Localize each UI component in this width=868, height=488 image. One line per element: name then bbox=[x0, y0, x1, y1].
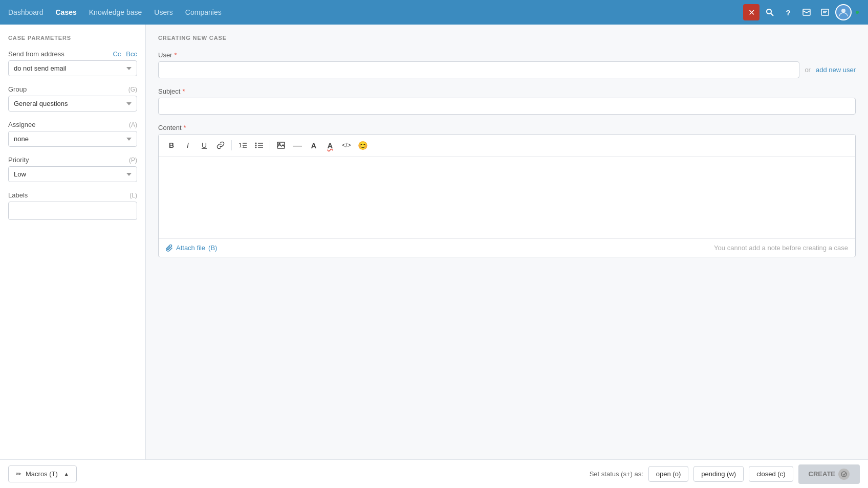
nav-knowledge-base[interactable]: Knowledge base bbox=[89, 8, 142, 16]
content-field: Content * B I U 1. bbox=[158, 124, 856, 257]
attach-file-shortcut: (B) bbox=[208, 244, 217, 252]
or-text: or bbox=[805, 66, 811, 74]
toolbar-separator-2 bbox=[270, 140, 270, 150]
assignee-select[interactable]: noneAgent 1Agent 2 bbox=[8, 131, 137, 147]
priority-select[interactable]: LowMediumHighUrgent bbox=[8, 166, 137, 182]
avatar[interactable] bbox=[835, 4, 852, 20]
subject-field: Subject * bbox=[158, 87, 856, 115]
svg-point-6 bbox=[841, 9, 845, 13]
svg-point-13 bbox=[255, 147, 257, 148]
nav-dashboard[interactable]: Dashboard bbox=[8, 8, 44, 16]
status-open-button[interactable]: open (o) bbox=[648, 466, 688, 482]
macros-button[interactable]: ✏ Macros (T) ▲ bbox=[8, 465, 77, 482]
user-input[interactable] bbox=[158, 61, 799, 78]
group-select[interactable]: General questionsTechnical supportBillin… bbox=[8, 96, 137, 112]
svg-point-0 bbox=[767, 9, 771, 14]
assignee-field: Assignee (A) noneAgent 1Agent 2 bbox=[8, 121, 137, 147]
create-button[interactable]: CREATE bbox=[798, 464, 860, 484]
right-panel: CREATING NEW CASE User * or add new user… bbox=[146, 25, 868, 459]
note-hint: You cannot add a note before creating a … bbox=[714, 244, 848, 252]
italic-button[interactable]: I bbox=[180, 138, 196, 153]
underline-button[interactable]: U bbox=[197, 138, 212, 153]
priority-field: Priority (P) LowMediumHighUrgent bbox=[8, 156, 137, 182]
content-label: Content bbox=[158, 124, 182, 131]
send-from-select[interactable]: do not send emailsupport@example.com bbox=[8, 60, 137, 76]
search-button[interactable] bbox=[762, 4, 778, 20]
nav-links: Dashboard Cases Knowledge base Users Com… bbox=[8, 8, 222, 16]
set-status-label: Set status (s+) as: bbox=[590, 470, 643, 478]
main-container: CASE PARAMETERS Send from address Cc Bcc… bbox=[0, 25, 868, 459]
user-required: * bbox=[174, 51, 177, 59]
labels-shortcut: (L) bbox=[129, 192, 137, 199]
group-shortcut: (G) bbox=[128, 86, 137, 93]
link-button[interactable] bbox=[213, 138, 228, 153]
sidebar-title: CASE PARAMETERS bbox=[8, 35, 137, 41]
content-editor[interactable] bbox=[159, 157, 855, 238]
editor-footer: Attach file (B) You cannot add a note be… bbox=[159, 238, 855, 257]
macros-label: Macros (T) bbox=[26, 470, 58, 478]
ordered-list-button[interactable]: 1. bbox=[235, 138, 250, 153]
labels-label: Labels bbox=[8, 191, 28, 199]
priority-shortcut: (P) bbox=[129, 157, 137, 164]
priority-label: Priority bbox=[8, 156, 29, 164]
bottom-bar: ✏ Macros (T) ▲ Set status (s+) as: open … bbox=[0, 459, 868, 488]
svg-point-11 bbox=[255, 143, 257, 144]
subject-label: Subject bbox=[158, 87, 180, 95]
user-label: User bbox=[158, 51, 172, 59]
group-label: Group bbox=[8, 85, 27, 93]
svg-rect-3 bbox=[821, 9, 829, 15]
highlight-button[interactable]: A bbox=[322, 138, 338, 153]
unordered-list-button[interactable] bbox=[251, 138, 267, 153]
compose-button[interactable] bbox=[817, 4, 833, 20]
nav-cases[interactable]: Cases bbox=[56, 8, 77, 16]
send-from-label: Send from address bbox=[8, 50, 64, 58]
help-button[interactable]: ? bbox=[780, 4, 796, 20]
add-new-user-link[interactable]: add new user bbox=[816, 66, 856, 74]
content-required: * bbox=[184, 124, 186, 131]
nav-actions: ✕ ? bbox=[743, 4, 860, 20]
toolbar-separator-1 bbox=[231, 140, 232, 150]
subject-required: * bbox=[182, 87, 185, 95]
font-button[interactable]: A bbox=[306, 138, 321, 153]
bold-button[interactable]: B bbox=[164, 138, 179, 153]
subject-input[interactable] bbox=[158, 98, 856, 115]
user-field: User * or add new user bbox=[158, 51, 856, 78]
send-from-field: Send from address Cc Bcc do not send ema… bbox=[8, 50, 137, 76]
attach-file-button[interactable]: Attach file (B) bbox=[166, 244, 217, 252]
status-row: Set status (s+) as: open (o) pending (w)… bbox=[590, 464, 860, 484]
image-button[interactable] bbox=[273, 138, 289, 153]
macros-icon: ✏ bbox=[16, 470, 21, 478]
svg-rect-2 bbox=[803, 9, 810, 15]
assignee-label: Assignee bbox=[8, 121, 35, 128]
svg-point-12 bbox=[255, 145, 257, 146]
bcc-link[interactable]: Bcc bbox=[126, 50, 137, 58]
panel-title: CREATING NEW CASE bbox=[158, 35, 856, 41]
navbar: Dashboard Cases Knowledge base Users Com… bbox=[0, 0, 868, 25]
nav-companies[interactable]: Companies bbox=[185, 8, 222, 16]
editor-container: B I U 1. bbox=[158, 134, 856, 257]
code-button[interactable]: </> bbox=[339, 138, 354, 153]
assignee-shortcut: (A) bbox=[129, 121, 137, 128]
sidebar: CASE PARAMETERS Send from address Cc Bcc… bbox=[0, 25, 146, 459]
labels-field: Labels (L) bbox=[8, 191, 137, 220]
editor-toolbar: B I U 1. bbox=[159, 135, 855, 157]
svg-line-1 bbox=[771, 13, 773, 16]
labels-input[interactable] bbox=[8, 202, 137, 220]
create-label: CREATE bbox=[809, 470, 835, 478]
inbox-button[interactable] bbox=[798, 4, 815, 20]
attach-file-label: Attach file bbox=[176, 244, 205, 252]
cc-link[interactable]: Cc bbox=[113, 50, 121, 58]
nav-users[interactable]: Users bbox=[154, 8, 173, 16]
status-closed-button[interactable]: closed (c) bbox=[749, 466, 793, 482]
svg-point-19 bbox=[841, 472, 847, 477]
emoji-button[interactable]: 😊 bbox=[355, 138, 371, 153]
online-indicator bbox=[855, 10, 860, 15]
close-button[interactable]: ✕ bbox=[743, 4, 760, 20]
group-field: Group (G) General questionsTechnical sup… bbox=[8, 85, 137, 112]
create-icon bbox=[838, 469, 850, 480]
hr-button[interactable]: — bbox=[290, 138, 305, 153]
macros-chevron-icon: ▲ bbox=[64, 471, 69, 477]
status-pending-button[interactable]: pending (w) bbox=[693, 466, 744, 482]
